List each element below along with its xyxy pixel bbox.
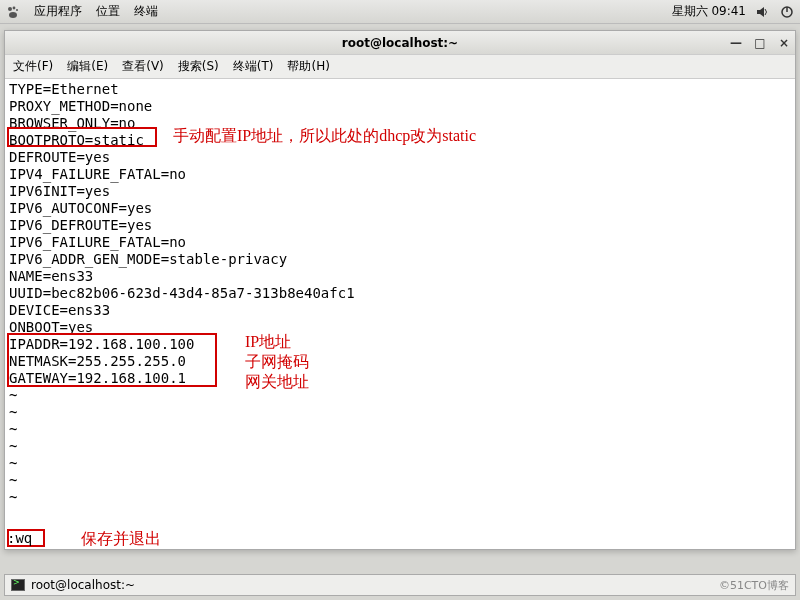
vim-tilde: ~ xyxy=(9,421,791,438)
terminal-icon xyxy=(11,579,25,591)
menu-places[interactable]: 位置 xyxy=(96,3,120,20)
vim-tilde: ~ xyxy=(9,455,791,472)
terminal-window: root@localhost:~ — □ × 文件(F) 编辑(E) 查看(V)… xyxy=(4,30,796,550)
cfg-ipv6defroute: IPV6_DEFROUTE=yes xyxy=(9,217,791,234)
clock-label[interactable]: 星期六 09:41 xyxy=(672,3,746,20)
annotation-netmask: 子网掩码 xyxy=(245,353,309,370)
taskbar-entry-terminal[interactable]: root@localhost:~ xyxy=(11,578,135,592)
vim-tilde: ~ xyxy=(9,387,791,404)
window-titlebar[interactable]: root@localhost:~ — □ × xyxy=(5,31,795,55)
cfg-name: NAME=ens33 xyxy=(9,268,791,285)
annotation-gateway: 网关地址 xyxy=(245,373,309,390)
menu-search[interactable]: 搜索(S) xyxy=(178,58,219,75)
menu-terminal-app[interactable]: 终端(T) xyxy=(233,58,274,75)
menu-terminal[interactable]: 终端 xyxy=(134,3,158,20)
svg-point-3 xyxy=(9,12,17,18)
gnome-foot-icon xyxy=(6,4,20,19)
close-button[interactable]: × xyxy=(777,36,791,50)
svg-point-0 xyxy=(8,7,12,11)
minimize-button[interactable]: — xyxy=(729,36,743,50)
vim-tilde: ~ xyxy=(9,472,791,489)
top-panel: 应用程序 位置 终端 星期六 09:41 xyxy=(0,0,800,24)
cfg-gateway: GATEWAY=192.168.100.1 xyxy=(9,370,791,387)
vim-tilde: ~ xyxy=(9,489,791,506)
power-icon[interactable] xyxy=(780,4,794,19)
watermark: ©51CTO博客 xyxy=(719,578,789,593)
window-menubar: 文件(F) 编辑(E) 查看(V) 搜索(S) 终端(T) 帮助(H) xyxy=(5,55,795,79)
volume-icon[interactable] xyxy=(756,4,770,19)
cfg-uuid: UUID=bec82b06-623d-43d4-85a7-313b8e40afc… xyxy=(9,285,791,302)
cfg-ipv6fail: IPV6_FAILURE_FATAL=no xyxy=(9,234,791,251)
cfg-ipv6addrgen: IPV6_ADDR_GEN_MODE=stable-privacy xyxy=(9,251,791,268)
cfg-ipaddr: IPADDR=192.168.100.100 xyxy=(9,336,791,353)
cfg-ipv4fail: IPV4_FAILURE_FATAL=no xyxy=(9,166,791,183)
window-title: root@localhost:~ xyxy=(342,36,458,50)
svg-point-2 xyxy=(16,9,18,11)
svg-point-1 xyxy=(13,6,16,9)
annotation-bootproto: 手动配置IP地址，所以此处的dhcp改为static xyxy=(173,127,476,144)
cfg-ipv6init: IPV6INIT=yes xyxy=(9,183,791,200)
cfg-netmask: NETMASK=255.255.255.0 xyxy=(9,353,791,370)
menu-view[interactable]: 查看(V) xyxy=(122,58,164,75)
svg-marker-4 xyxy=(757,7,764,17)
cfg-device: DEVICE=ens33 xyxy=(9,302,791,319)
maximize-button[interactable]: □ xyxy=(753,36,767,50)
menu-edit[interactable]: 编辑(E) xyxy=(67,58,108,75)
cfg-ipv6auto: IPV6_AUTOCONF=yes xyxy=(9,200,791,217)
annotation-save: 保存并退出 xyxy=(81,530,161,547)
annotation-ipaddr: IP地址 xyxy=(245,333,291,350)
taskbar: root@localhost:~ ©51CTO博客 xyxy=(4,574,796,596)
terminal-content[interactable]: TYPE=Ethernet PROXY_METHOD=none BROWSER_… xyxy=(5,79,795,549)
vim-command-line[interactable]: :wq xyxy=(7,530,32,547)
menu-file[interactable]: 文件(F) xyxy=(13,58,53,75)
menu-help[interactable]: 帮助(H) xyxy=(287,58,329,75)
vim-tilde: ~ xyxy=(9,404,791,421)
cfg-proxy: PROXY_METHOD=none xyxy=(9,98,791,115)
cfg-defroute: DEFROUTE=yes xyxy=(9,149,791,166)
menu-applications[interactable]: 应用程序 xyxy=(34,3,82,20)
taskbar-entry-label: root@localhost:~ xyxy=(31,578,135,592)
vim-tilde: ~ xyxy=(9,438,791,455)
cfg-type: TYPE=Ethernet xyxy=(9,81,791,98)
cfg-onboot: ONBOOT=yes xyxy=(9,319,791,336)
